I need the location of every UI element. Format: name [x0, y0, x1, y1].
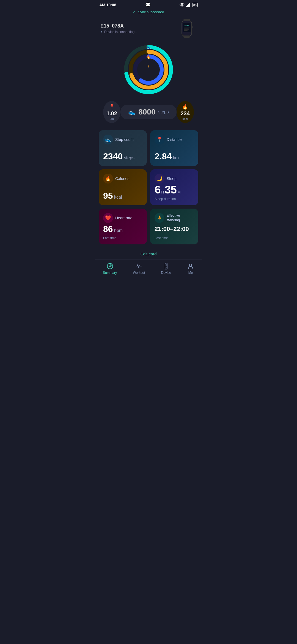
heart-rate-value: 86: [103, 224, 113, 234]
standing-icon: 🧍: [156, 215, 163, 221]
nav-me-label: Me: [188, 271, 193, 275]
svg-text:👟: 👟: [146, 45, 151, 49]
sync-checkmark: ✓: [133, 10, 136, 14]
step-icon: 👟: [105, 137, 111, 143]
svg-rect-14: [192, 26, 193, 28]
distance-value: 1.02: [106, 110, 117, 117]
standing-label: Effective standing: [166, 213, 194, 223]
step-count-unit: steps: [124, 155, 134, 160]
svg-rect-2: [188, 4, 189, 7]
standing-card[interactable]: 🧍 Effective standing 21:00–22:00 Last ti…: [150, 209, 198, 244]
distance-card[interactable]: 📍 Distance 2.84 km: [150, 130, 198, 166]
device-section: E15_078A ✦ Device is connecting... 08:26: [95, 16, 202, 39]
device-status: ✦ Device is connecting...: [100, 30, 137, 34]
me-icon: [187, 263, 194, 270]
heart-icon-circle: ❤️: [103, 213, 113, 223]
device-name: E15_078A: [100, 23, 137, 29]
sleep-icon: 🌙: [156, 176, 163, 182]
calories-stat: 🔥 234 kcal: [177, 101, 194, 123]
calories-card-unit: kcal: [114, 195, 122, 200]
standing-sub: Last time: [155, 236, 194, 240]
nav-summary[interactable]: Summary: [103, 263, 117, 275]
sleep-header: 🌙 Sleep: [155, 174, 194, 184]
signal-icon: [186, 3, 191, 7]
distance-value-row: 2.84 km: [155, 151, 194, 162]
steps-unit: steps: [158, 110, 169, 114]
nav-workout[interactable]: Workout: [133, 263, 145, 275]
svg-rect-27: [166, 264, 167, 266]
steps-badge: 👟 8000 steps: [120, 105, 177, 119]
standing-icon-circle: 🧍: [155, 213, 164, 223]
status-time: AM 10:08: [99, 3, 116, 7]
svg-point-25: [109, 266, 111, 267]
step-icon-circle: 👟: [103, 135, 113, 144]
message-icon: 💬: [145, 2, 151, 7]
step-count-value: 2340: [103, 151, 123, 161]
step-count-card[interactable]: 👟 Step count 2340 steps: [99, 130, 147, 166]
heart-rate-value-row: 86 bpm: [103, 224, 142, 234]
svg-rect-8: [184, 27, 190, 28]
heart-rate-header: ❤️ Heart rate: [103, 213, 142, 223]
standing-header: 🧍 Effective standing: [155, 213, 194, 223]
standing-time-row: 21:00–22:00: [155, 225, 194, 233]
device-icon: [163, 263, 170, 270]
workout-icon: [135, 263, 142, 270]
device-status-text: Device is connecting...: [104, 30, 137, 34]
device-image: 08:26: [177, 18, 197, 38]
svg-text:🔥: 🔥: [147, 55, 151, 59]
sync-message: Sync succeeded: [138, 10, 164, 14]
standing-time: 21:00–22:00: [155, 225, 189, 232]
heart-rate-card[interactable]: ❤️ Heart rate 86 bpm Last time: [99, 209, 147, 244]
calories-card-icon: 🔥: [105, 176, 111, 182]
calories-card-value: 95: [103, 191, 113, 201]
wifi-icon: [180, 3, 185, 7]
svg-rect-0: [186, 6, 187, 7]
calories-label: Calories: [115, 176, 129, 181]
svg-rect-1: [187, 5, 188, 7]
distance-icon-circle: 📍: [155, 135, 164, 144]
sleep-sub: Sleep duration: [155, 197, 194, 201]
distance-header: 📍 Distance: [155, 135, 194, 144]
sleep-label: Sleep: [167, 176, 177, 181]
heart-rate-sub: Last time: [103, 236, 142, 240]
sleep-minutes: 35: [164, 184, 177, 196]
distance-stat: 📍 1.02 km: [103, 101, 120, 123]
activity-rings: 👟 🔥 🚶: [121, 42, 176, 97]
heart-icon: ❤️: [105, 215, 111, 221]
calories-value-row: 95 kcal: [103, 191, 142, 201]
device-info: E15_078A ✦ Device is connecting...: [100, 23, 137, 34]
sleep-card[interactable]: 🌙 Sleep 6 H 35 M Sleep duration: [150, 169, 198, 205]
calories-value: 234: [181, 110, 190, 117]
distance-label: Distance: [167, 137, 182, 142]
nav-workout-label: Workout: [133, 271, 145, 275]
calories-header: 🔥 Calories: [103, 174, 142, 184]
svg-text:08:26: 08:26: [185, 24, 189, 26]
distance-card-icon: 📍: [156, 137, 163, 143]
svg-point-29: [189, 264, 192, 266]
calories-icon-circle: 🔥: [103, 174, 113, 184]
sync-bar: ✓ Sync succeeded: [95, 9, 202, 16]
location-icon: 📍: [109, 104, 115, 110]
sleep-hours-unit: H: [161, 190, 164, 194]
svg-point-28: [166, 267, 166, 268]
svg-rect-9: [184, 28, 189, 29]
nav-me[interactable]: Me: [187, 263, 194, 275]
edit-card-button[interactable]: Edit card: [95, 247, 202, 258]
bottom-nav: Summary Workout Device Me: [95, 260, 202, 279]
flame-icon: 🔥: [182, 104, 188, 110]
calories-card[interactable]: 🔥 Calories 95 kcal: [99, 169, 147, 205]
svg-rect-11: [184, 30, 188, 31]
status-icons: 85: [180, 3, 198, 7]
svg-rect-12: [183, 19, 190, 21]
step-count-header: 👟 Step count: [103, 135, 142, 144]
summary-icon: [106, 263, 114, 270]
cards-grid: 👟 Step count 2340 steps 📍 Distance 2.84 …: [95, 126, 202, 247]
nav-device[interactable]: Device: [161, 263, 171, 275]
battery-level: 85: [193, 3, 197, 7]
status-bar: AM 10:08 💬 85: [95, 0, 202, 9]
battery-indicator: 85: [192, 3, 198, 7]
svg-rect-3: [189, 3, 190, 7]
watch-svg: 08:26: [177, 18, 197, 38]
svg-text:🚶: 🚶: [147, 64, 150, 68]
calories-unit: kcal: [183, 117, 188, 121]
